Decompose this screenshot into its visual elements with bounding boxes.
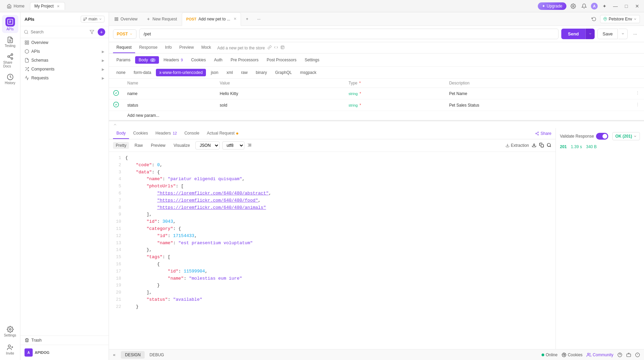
tab-overview[interactable]: Overview [110, 12, 142, 26]
tab-new-request[interactable]: New Request [142, 12, 181, 26]
row-check-2[interactable] [113, 101, 119, 108]
format-visualize[interactable]: Visualize [171, 142, 193, 149]
subtab-xml[interactable]: xml [223, 69, 236, 76]
env-selector[interactable]: Petstore Env [600, 15, 640, 23]
resp-tab-cookies[interactable]: Cookies [130, 128, 151, 139]
sidebar-item-testing[interactable]: Testing [2, 34, 18, 50]
save-button[interactable]: Save [597, 29, 618, 39]
encoding-selector[interactable]: utf8 utf16 [222, 141, 244, 150]
settings-icon[interactable] [569, 2, 577, 10]
bell-icon[interactable] [580, 2, 588, 10]
filter-button[interactable] [88, 28, 96, 36]
more-options-button[interactable]: ··· [630, 29, 640, 39]
copy-button[interactable] [539, 143, 544, 148]
subtab-form-data[interactable]: form-data [130, 69, 155, 76]
search-response-button[interactable] [547, 143, 551, 148]
upgrade-button[interactable]: ✦ Upgrade [538, 2, 566, 10]
section-collapse-btn[interactable] [109, 121, 644, 128]
tree-item-apis[interactable]: APIs ▶ [20, 47, 109, 56]
format-pretty[interactable]: Pretty [113, 142, 129, 149]
tree-item-overview[interactable]: Overview [20, 38, 109, 47]
help-button[interactable] [617, 353, 622, 357]
sidebar-item-invite[interactable]: Invite [2, 342, 18, 357]
avatar[interactable]: A [591, 3, 598, 10]
debug-tab[interactable]: DEBUG [145, 351, 168, 359]
close-add-pet-tab[interactable]: ✕ [234, 17, 237, 21]
tree-item-trash[interactable]: Trash [20, 335, 109, 345]
more-tabs-button[interactable]: ··· [253, 12, 264, 26]
subtab-urlencoded[interactable]: x-www-form-urlencoded [156, 69, 206, 76]
send-button[interactable]: Send [561, 29, 586, 39]
extraction-button[interactable]: Extraction [505, 143, 529, 148]
subtab-json[interactable]: json [207, 69, 222, 76]
subtab-binary[interactable]: binary [252, 69, 270, 76]
resp-tab-actual-request[interactable]: Actual Request [204, 128, 242, 139]
add-param-row[interactable]: Add new param... [109, 111, 644, 120]
body-tab-headers[interactable]: Headers 9 [160, 56, 187, 64]
req-tab-preview[interactable]: Preview [176, 42, 197, 53]
body-tab-pre-processors[interactable]: Pre Processors [227, 56, 262, 64]
url-input[interactable] [139, 29, 559, 39]
search-input[interactable] [31, 30, 86, 34]
alert-button[interactable] [635, 353, 640, 357]
subtab-graphql[interactable]: GraphQL [272, 69, 295, 76]
send-dropdown-button[interactable] [585, 29, 595, 39]
req-tab-request[interactable]: Request [113, 42, 135, 53]
body-tab-post-processors[interactable]: Post Processors [263, 56, 300, 64]
body-tab-body[interactable]: Body 2 [135, 56, 159, 64]
download-button[interactable] [532, 143, 536, 148]
cookies-button[interactable]: Cookies [562, 353, 582, 357]
branch-selector[interactable]: main [81, 16, 104, 22]
refresh-button[interactable] [590, 15, 598, 23]
subtab-msgpack[interactable]: msgpack [297, 69, 320, 76]
save-arrow-icon [621, 32, 625, 35]
req-tab-mock[interactable]: Mock [198, 42, 214, 53]
maximize-button[interactable]: □ [622, 2, 630, 10]
share-button[interactable]: Share [535, 131, 551, 136]
tree-item-components[interactable]: Components ▶ [20, 65, 109, 74]
sidebar-item-history[interactable]: History [2, 72, 18, 87]
star-icon[interactable]: ✦ [600, 2, 609, 10]
body-tab-params[interactable]: Params [113, 56, 134, 64]
req-tab-info[interactable]: Info [162, 42, 175, 53]
tree-item-schemas[interactable]: Schemas ▶ [20, 56, 109, 65]
close-window-button[interactable]: ✕ [633, 2, 641, 10]
sidebar-item-apis[interactable]: APIs [2, 15, 18, 33]
method-selector[interactable]: POST [113, 29, 136, 39]
row-check-1[interactable] [113, 90, 119, 96]
sidebar-item-settings[interactable]: Settings [2, 324, 18, 339]
validate-toggle[interactable] [596, 133, 608, 140]
close-tab-btn[interactable]: ✕ [56, 4, 61, 9]
body-tab-settings[interactable]: Settings [301, 56, 323, 64]
shortcut-button[interactable] [626, 353, 631, 357]
sidebar-item-share-docs[interactable]: Share Docs [2, 51, 18, 70]
sidebar-collapse-button[interactable]: « [113, 352, 115, 357]
minimize-button[interactable]: — [611, 2, 619, 10]
resp-tab-headers[interactable]: Headers 12 [152, 128, 180, 139]
format-preview[interactable]: Preview [148, 142, 168, 149]
word-wrap-button[interactable] [247, 143, 252, 148]
add-tab-button[interactable]: + [242, 12, 252, 26]
project-tab[interactable]: My Project ✕ [30, 2, 65, 10]
row-more-1[interactable] [635, 91, 640, 95]
body-tab-auth[interactable]: Auth [211, 56, 226, 64]
format-raw[interactable]: Raw [132, 142, 145, 149]
req-tab-response[interactable]: Response [136, 42, 161, 53]
response-section: Body Cookies Headers 12 Console [109, 121, 644, 360]
resp-tab-body[interactable]: Body [113, 128, 129, 139]
tree-item-requests[interactable]: Requests ▶ [20, 74, 109, 82]
body-tab-cookies[interactable]: Cookies [188, 56, 209, 64]
design-tab[interactable]: DESIGN [121, 351, 145, 359]
save-dropdown-button[interactable] [618, 29, 628, 39]
subtab-none[interactable]: none [113, 69, 129, 76]
add-button[interactable]: + [98, 28, 105, 36]
home-tab[interactable]: Home [3, 2, 29, 10]
subtab-raw[interactable]: raw [238, 69, 251, 76]
format-selector[interactable]: JSON XML HTML [195, 141, 220, 150]
row-more-2[interactable] [635, 102, 640, 107]
status-selector[interactable]: OK (201) [612, 132, 640, 140]
format-controls: Pretty Raw Preview Visualize JSON XML HT… [109, 139, 556, 152]
resp-tab-console[interactable]: Console [181, 128, 203, 139]
tab-add-pet[interactable]: POST Add new pet to ... ✕ [182, 12, 241, 26]
community-button[interactable]: Community [586, 353, 613, 357]
